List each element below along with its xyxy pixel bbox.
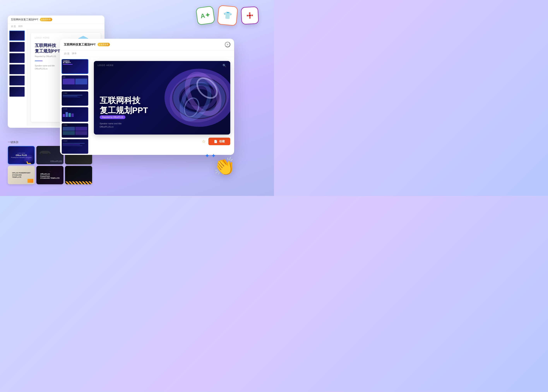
preview-badge: Reported by OfficePLUS bbox=[100, 115, 125, 119]
template-logo-5: " " bbox=[49, 171, 51, 173]
swirl-svg bbox=[161, 65, 230, 131]
main-slide-preview: LOGO HERE 🔍 bbox=[94, 61, 230, 134]
slide-1-title: 互联网科技复工规划PPT bbox=[63, 60, 87, 64]
font-icon: A✦ bbox=[195, 6, 215, 25]
svg-point-4 bbox=[249, 17, 250, 19]
left-window-header: 互联网科技复工规划PPT ♦ 会员专享 bbox=[8, 15, 104, 24]
left-slide-3[interactable] bbox=[9, 53, 25, 63]
main-header: 互联网科技复工规划PPT ♦ 会员专享 × bbox=[60, 39, 234, 50]
slide-item-3[interactable]: 工作概述 bbox=[62, 91, 88, 106]
car-icon bbox=[37, 148, 53, 156]
preview-logo: LOGO HERE bbox=[98, 64, 114, 66]
template-card-2[interactable]: OfficePLUS bbox=[36, 146, 63, 164]
svg-point-14 bbox=[47, 153, 50, 155]
create-icon: 📄 bbox=[214, 140, 217, 143]
clothing-icon: 👕 bbox=[217, 5, 238, 26]
slide-item-5[interactable]: 工作规划 bbox=[62, 123, 88, 138]
action-bar: ☆ 📄 创建 bbox=[94, 138, 230, 145]
left-slide-4[interactable] bbox=[9, 64, 25, 74]
template-title-4: OPLUS POWERPOINTSTANDARDTEMPLATE bbox=[12, 172, 30, 178]
preview-swirl bbox=[161, 65, 230, 131]
left-slide-1[interactable] bbox=[9, 31, 25, 41]
left-slide-5[interactable] bbox=[9, 76, 25, 85]
svg-point-1 bbox=[247, 15, 248, 16]
svg-point-13 bbox=[41, 153, 43, 155]
slide-item-2[interactable]: 目录 bbox=[62, 75, 88, 90]
left-slide-6[interactable] bbox=[9, 87, 25, 97]
create-label: 创建 bbox=[219, 140, 225, 143]
clap-emoji: 👏 bbox=[214, 156, 235, 176]
slide-divider bbox=[35, 61, 42, 61]
close-button[interactable]: × bbox=[225, 42, 230, 47]
left-window-title: 互联网科技复工规划PPT bbox=[11, 18, 38, 21]
template-card-6[interactable] bbox=[65, 166, 92, 184]
slide-item-1[interactable]: 互联网科技复工规划PPT bbox=[62, 59, 88, 74]
slide-item-6[interactable]: 工作总结 bbox=[62, 139, 88, 154]
create-button[interactable]: 📄 创建 bbox=[208, 138, 230, 145]
slide-item-4[interactable]: 工作成果 bbox=[62, 107, 88, 122]
settings-svg-icon bbox=[245, 11, 254, 20]
main-meta: 15 页 16:9 bbox=[60, 50, 234, 57]
floating-icons: A✦ 👕 bbox=[197, 6, 258, 25]
main-header-left: 互联网科技复工规划PPT ♦ 会员专享 bbox=[64, 43, 110, 46]
template-title-5: OfficePLUSPowerPointSTANDARD TEMPLATE bbox=[40, 173, 60, 179]
svg-point-0 bbox=[249, 14, 251, 17]
svg-point-2 bbox=[251, 14, 253, 16]
main-body: 互联网科技复工规划PPT 目录 工作概 bbox=[60, 57, 234, 155]
template-card-5[interactable]: " " OfficePLUSPowerPointSTANDARD TEMPLAT… bbox=[36, 166, 63, 184]
svg-point-3 bbox=[249, 12, 250, 14]
left-window-meta: 15 页 16:9 bbox=[8, 24, 104, 29]
slides-panel[interactable]: 互联网科技复工规划PPT 目录 工作概 bbox=[60, 57, 90, 155]
left-sidebar bbox=[8, 29, 27, 126]
template-card-1[interactable]: LOGO HERE Office PLUS Powerpoint standar… bbox=[8, 146, 35, 164]
template-title-1: Office PLUS bbox=[16, 154, 27, 157]
left-slide-2[interactable] bbox=[9, 42, 25, 52]
main-title: 互联网科技复工规划PPT bbox=[64, 43, 96, 46]
preview-area: LOGO HERE 🔍 bbox=[90, 57, 234, 155]
star-button[interactable]: ☆ bbox=[202, 139, 206, 144]
settings-icon bbox=[241, 6, 259, 25]
preview-speaker: Speaker name and title OfficePLUS.cn bbox=[100, 122, 122, 129]
window-main: 互联网科技复工规划PPT ♦ 会员专享 × 15 页 16:9 互联网科技复工规… bbox=[60, 39, 234, 155]
preview-title: 互联网科技 复工规划PPT bbox=[100, 96, 148, 115]
template-card-4[interactable]: OPLUS POWERPOINTSTANDARDTEMPLATE bbox=[8, 166, 35, 184]
left-vip-badge: ♦ 会员专享 bbox=[40, 18, 52, 21]
template-logo-1: LOGO HERE bbox=[17, 153, 25, 154]
main-vip-badge: ♦ 会员专享 bbox=[97, 43, 110, 46]
